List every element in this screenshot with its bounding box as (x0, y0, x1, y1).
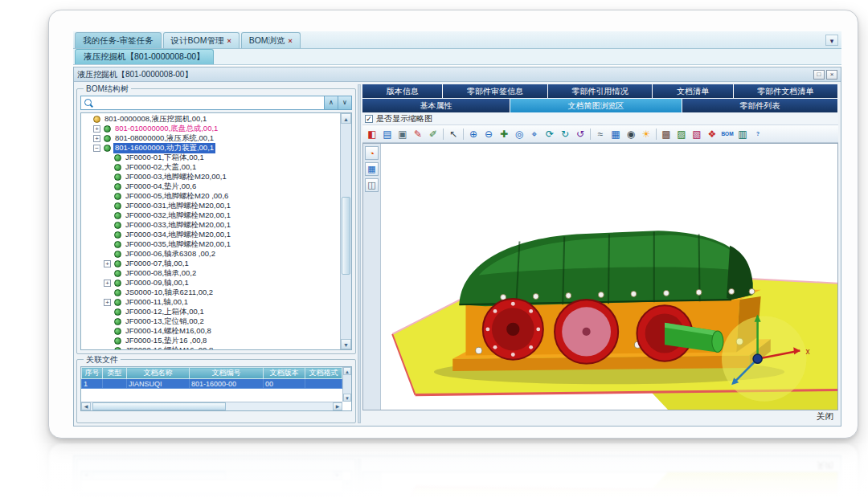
annotate-icon[interactable]: ✐ (427, 128, 440, 141)
tree-item[interactable]: +JF0000-02,大盖,00,1 (81, 162, 339, 172)
main-tab[interactable]: 我的任务-审签任务 (75, 32, 162, 48)
scroll-down-icon[interactable]: ▼ (341, 339, 351, 349)
tree-item[interactable]: +JF0000-15,垫片16 ,00,8 (81, 336, 339, 345)
tree-item[interactable]: +JF0000-04,垫片,00,6 (81, 182, 339, 191)
files-header-cell[interactable]: 文档名称 (127, 368, 190, 379)
tree-expand-toggle[interactable]: + (93, 135, 100, 142)
tree-item[interactable]: +JF0000-11,轴,00,1 (81, 297, 339, 307)
main-tab[interactable]: 设计BOM管理× (163, 32, 240, 48)
panel-splitter[interactable] (358, 84, 361, 423)
detail-tab[interactable]: 零部件审签信息 (443, 84, 547, 98)
chevron-down-icon[interactable]: ▾ (825, 35, 838, 46)
zoom-fit-icon[interactable]: ⌖ (528, 128, 541, 141)
tree-item[interactable]: +JF0000-01,下箱体,00,1 (81, 153, 339, 162)
detail-tab[interactable]: 零部件引用情况 (548, 84, 653, 98)
tree-item[interactable]: +JF0000-05,地脚螺栓M20 ,00,6 (81, 191, 339, 201)
light-icon[interactable]: ☀ (640, 128, 653, 141)
search-input[interactable] (96, 97, 324, 108)
rotate-icon[interactable]: ↻ (559, 128, 571, 141)
tree-item[interactable]: +801-08000000,液压系统,00,1 (81, 133, 339, 143)
detail-subtab[interactable]: 零部件列表 (682, 99, 838, 112)
collapse-all-icon[interactable]: ∧ (324, 96, 338, 109)
tree-expand-toggle[interactable]: + (93, 125, 100, 133)
tree-item[interactable]: +JF0000-07,轴,00,1 (81, 259, 339, 268)
detail-tab[interactable]: 零部件文档清单 (734, 84, 838, 98)
snapshot-icon[interactable]: ◉ (624, 128, 637, 141)
files-hscrollbar-track[interactable] (91, 402, 333, 410)
orbit-icon[interactable]: ⟳ (543, 128, 556, 141)
zoom-window-icon[interactable]: ◎ (513, 128, 526, 141)
tree-item[interactable]: +JF0000-06,轴承6308 ,00,2 (81, 249, 339, 259)
tab-close-icon[interactable]: × (227, 37, 231, 45)
grid-icon[interactable]: ▦ (609, 128, 622, 141)
tree-scrollbar[interactable]: ▲ ▼ (340, 113, 351, 349)
print-icon[interactable]: ▣ (396, 128, 409, 141)
tree-expand-toggle[interactable]: − (93, 145, 100, 152)
files-header-cell[interactable]: 文档编号 (190, 368, 264, 379)
files-hscrollbar[interactable]: ◀ ▶ (81, 402, 342, 410)
tree-expand-toggle[interactable]: + (104, 260, 111, 267)
tree-item[interactable]: +JF0000-031,地脚螺栓M20,00,1 (81, 201, 339, 210)
tree-item[interactable]: +JF0000-035,地脚螺栓M20,00,1 (81, 239, 339, 249)
tree-scrollbar-thumb[interactable] (342, 197, 350, 274)
tree-item[interactable]: +JF0000-16,螺栓M16 ,00,8 (81, 345, 339, 349)
files-hscrollbar-thumb[interactable] (92, 402, 226, 410)
stamp-icon[interactable]: ❖ (706, 128, 719, 141)
tree-item[interactable]: +JF0000-034,地脚螺栓M20,00,1 (81, 230, 339, 239)
compare-icon[interactable]: ▧ (690, 128, 703, 141)
close-button[interactable]: 关闭 (817, 411, 833, 422)
entity-tab[interactable]: 液压挖掘机【801-0000008-00】 (75, 49, 214, 64)
bom-icon[interactable]: BOM (721, 128, 734, 141)
tree-item[interactable]: +801-010000000,底盘总成,00,1 (81, 124, 339, 133)
restore-icon[interactable]: □ (813, 70, 825, 80)
tree-expand-toggle[interactable]: + (104, 299, 111, 306)
wireframe-icon[interactable]: ≈ (594, 128, 607, 141)
scroll-right-icon[interactable]: ▶ (333, 402, 342, 410)
spin-icon[interactable]: ↺ (574, 128, 587, 141)
scroll-up-icon[interactable]: ▲ (341, 113, 351, 124)
files-header-cell[interactable]: 序号 (82, 368, 103, 379)
show-thumbnail-checkbox[interactable]: ✓ (365, 115, 373, 123)
detail-subtab[interactable]: 文档简图浏览区 (510, 99, 682, 112)
detail-tab[interactable]: 版本信息 (362, 84, 443, 98)
tree-item[interactable]: +JF0000-12,上箱体,00,1 (81, 307, 339, 316)
report-icon[interactable]: ▥ (736, 128, 749, 141)
view-cube-icon[interactable]: ◧ (366, 128, 379, 141)
zoom-out-icon[interactable]: ⊖ (482, 128, 495, 141)
files-header-cell[interactable]: 类型 (103, 368, 127, 379)
tree-item[interactable]: +JF0000-032,地脚螺栓M20,00,1 (81, 210, 339, 220)
select-cursor-icon[interactable]: ↖ (447, 128, 460, 141)
tree-item[interactable]: +JS0000-10,轴承6211,00,2 (81, 288, 339, 297)
tab-close-icon[interactable]: × (289, 37, 293, 45)
detail-tab[interactable]: 文档清单 (653, 84, 733, 98)
files-header-cell[interactable]: 文档格式 (305, 368, 342, 379)
files-header-cell[interactable]: 文档版本 (264, 368, 305, 379)
open-doc-icon[interactable]: ▤ (381, 128, 394, 141)
thumbnail-panel-icon[interactable]: ▦ (365, 162, 379, 176)
gallery-icon[interactable]: ▨ (675, 128, 688, 141)
tree-item[interactable]: +JF0000-09,轴,00,1 (81, 278, 339, 288)
scroll-down-icon[interactable]: ▼ (343, 394, 351, 402)
tree-item[interactable]: −801-16000000,动力装置,00,1 (81, 143, 339, 153)
pan-icon[interactable]: ✚ (497, 128, 510, 141)
files-vscrollbar[interactable]: ▲ ▼ (342, 367, 351, 402)
scroll-left-icon[interactable]: ◀ (81, 402, 91, 410)
tree-scrollbar-track[interactable] (341, 124, 351, 339)
image-icon[interactable]: ▩ (660, 128, 673, 141)
scroll-up-icon[interactable]: ▲ (343, 367, 351, 375)
expand-all-icon[interactable]: ∨ (338, 96, 351, 109)
files-row[interactable]: 1JIANSUQI801-16000-0000 (82, 379, 342, 389)
tree-item[interactable]: +JF0000-14,螺栓M16,00,8 (81, 326, 339, 336)
preview-panel-icon[interactable]: ◫ (365, 178, 379, 192)
pie-view-icon[interactable]: ◔ (365, 146, 379, 160)
main-tab[interactable]: BOM浏览× (241, 32, 301, 48)
edit-icon[interactable]: ✎ (411, 128, 424, 141)
tree-item[interactable]: +JF0000-033,地脚螺栓M20,00,1 (81, 220, 339, 230)
help-icon[interactable]: ? (751, 128, 764, 141)
tree-item[interactable]: +801-0000008,液压挖掘机,00,1 (81, 114, 339, 124)
model-viewport[interactable]: x (381, 144, 837, 410)
zoom-in-icon[interactable]: ⊕ (467, 128, 480, 141)
tree-item[interactable]: +JF0000-03,地脚螺栓M20,00,1 (81, 172, 339, 182)
detail-subtab[interactable]: 基本属性 (362, 99, 510, 112)
close-icon[interactable]: × (826, 70, 837, 80)
